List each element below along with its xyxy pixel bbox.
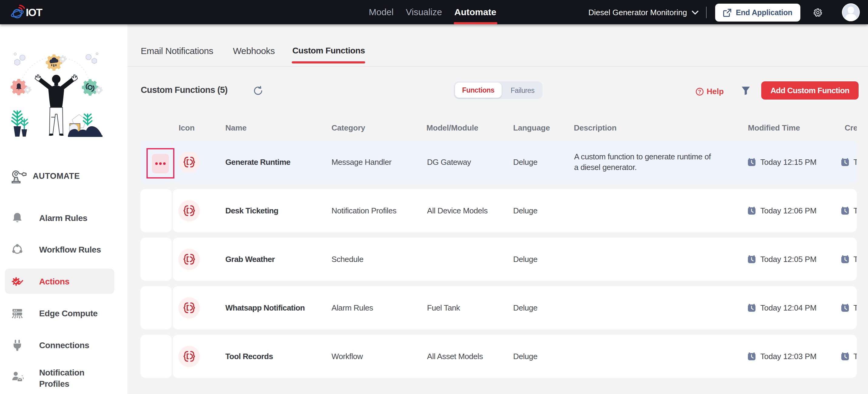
svg-text:?: ? <box>698 89 701 94</box>
